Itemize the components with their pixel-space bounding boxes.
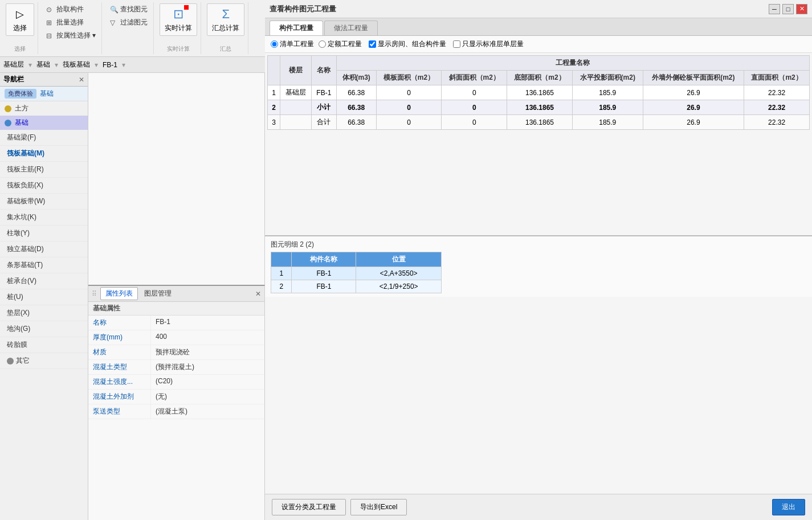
find-group: 🔍 查找图元 ▽ 过滤图元 <box>104 2 154 54</box>
tab-layer-mgmt[interactable]: 图层管理 <box>139 287 177 300</box>
row-name-2: 小计 <box>312 100 337 115</box>
row-v6-2: 26.9 <box>643 100 744 115</box>
quantity-type-group: 清单工程量 定额工程量 <box>271 39 362 49</box>
row-v1-2: 66.38 <box>336 100 376 115</box>
radio-fixed-text: 定额工程量 <box>328 39 362 49</box>
breadcrumb-item-4[interactable]: FB-1 <box>103 61 117 69</box>
realtime-icon: ⊡ <box>170 6 186 22</box>
prop-panel-close[interactable]: ✕ <box>255 290 261 298</box>
menu-raft-rebar[interactable]: 筏板主筋(R) <box>0 162 88 178</box>
chk-show-room[interactable] <box>369 40 376 48</box>
minimize-button[interactable]: ─ <box>769 4 780 14</box>
th-bottom: 底部面积（m2） <box>507 71 573 85</box>
prop-key-concrete-grade: 混凝土强度... <box>88 375 151 389</box>
export-excel-button[interactable]: 导出到Excel <box>350 499 407 515</box>
menu-raft-neg-rebar[interactable]: 筏板负筋(X) <box>0 178 88 194</box>
menu-strip-foundation[interactable]: 条形基础(T) <box>0 257 88 273</box>
menu-bedding[interactable]: 垫层(X) <box>0 305 88 321</box>
footer-left-buttons: 设置分类及工程量 导出到Excel <box>272 499 407 515</box>
pick-element-button[interactable]: ⊙ 拾取构件 <box>44 3 98 15</box>
table-row-subtotal: 2 小计 66.38 0 0 136.1865 185.9 26.9 22.32 <box>268 100 810 115</box>
tab-prop-list[interactable]: 属性列表 <box>100 287 138 300</box>
chk-show-standard[interactable] <box>453 40 460 48</box>
menu-other[interactable]: 其它 <box>0 353 88 369</box>
row-v6-1: 26.9 <box>643 85 744 100</box>
nav-item-badge[interactable]: 免费体验 基础 <box>0 87 88 101</box>
tab-member-quantity[interactable]: 构件工程量 <box>270 21 323 35</box>
row-v7-3: 22.32 <box>744 115 810 130</box>
radio-clear-quantity[interactable] <box>271 40 278 48</box>
find-element-button[interactable]: 🔍 查找图元 <box>108 3 150 15</box>
detail-table-wrap: 构件名称 位置 1 FB-1 <2,A+3550> 2 FB-1 <2,1/9+… <box>271 252 806 293</box>
row-v7-2: 22.32 <box>744 100 810 115</box>
by-property-label: 按属性选择 ▾ <box>56 31 96 40</box>
top-toolbar: ▷ 选择 选择 ⊙ 拾取构件 ⊞ 批量选择 ⊟ 按属性选择 ▾ 🔍 查找图元 <box>0 0 265 57</box>
breadcrumb-item-1[interactable]: 基础层 <box>3 60 24 69</box>
row-v3-3: 0 <box>442 115 507 130</box>
set-classification-button[interactable]: 设置分类及工程量 <box>272 499 346 515</box>
prop-val-name: FB-1 <box>151 316 264 330</box>
menu-pile[interactable]: 桩(U) <box>0 289 88 305</box>
row-v4-1: 136.1865 <box>507 85 573 100</box>
property-icon: ⊟ <box>46 32 54 40</box>
tab-method-quantity[interactable]: 做法工程量 <box>324 21 378 35</box>
menu-sump[interactable]: 集水坑(K) <box>0 210 88 226</box>
row-v5-1: 185.9 <box>572 85 643 100</box>
breadcrumb-sep-2: ▾ <box>55 61 58 69</box>
menu-trench[interactable]: 地沟(G) <box>0 321 88 337</box>
realtime-calc-button[interactable]: ⊡ 实时计算 <box>160 3 197 36</box>
breadcrumb-item-3[interactable]: 筏板基础 <box>63 60 90 69</box>
radio-clear-label[interactable]: 清单工程量 <box>271 39 314 49</box>
by-property-select-button[interactable]: ⊟ 按属性选择 ▾ <box>44 30 98 42</box>
action-row: ⊙ 拾取构件 ⊞ 批量选择 ⊟ 按属性选择 ▾ <box>44 3 98 42</box>
menu-foundation-slab-belt[interactable]: 基础板带(W) <box>0 194 88 210</box>
maximize-button[interactable]: □ <box>782 4 794 14</box>
close-button[interactable]: ✕ <box>796 4 807 14</box>
data-table-area: 楼层 名称 工程量名称 体积(m3) 模板面积（m2） 斜面面积（m2） 底部面… <box>265 53 812 235</box>
row-v4-2: 136.1865 <box>507 100 573 115</box>
menu-foundation-beam[interactable]: 基础梁(F) <box>0 130 88 146</box>
nav-foundation-label: 基础 <box>15 118 28 128</box>
table-row-total: 3 合计 66.38 0 0 136.1865 185.9 26.9 22.32 <box>268 115 810 130</box>
filter-element-button[interactable]: ▽ 过滤图元 <box>108 17 150 28</box>
menu-column-cap[interactable]: 柱墩(Y) <box>0 226 88 241</box>
sidebar-menu: 基础梁(F) 筏板基础(M) 筏板主筋(R) 筏板负筋(X) 基础板带(W) 集… <box>0 130 88 520</box>
th-quantity-name: 工程量名称 <box>336 56 809 71</box>
select-icon: ▷ <box>12 6 28 22</box>
nav-item-foundation[interactable]: 基础 <box>0 116 88 130</box>
prop-val-pump-type: (混凝土泵) <box>151 404 264 419</box>
breadcrumb-item-2[interactable]: 基础 <box>36 60 50 69</box>
detail-th-position: 位置 <box>356 252 442 267</box>
menu-isolated-foundation[interactable]: 独立基础(D) <box>0 241 88 257</box>
select-button[interactable]: ▷ 选择 <box>6 3 34 36</box>
chk-show-standard-label[interactable]: 只显示标准层单层量 <box>453 39 524 49</box>
nav-close-button[interactable]: ✕ <box>79 76 84 84</box>
breadcrumb-sep-3: ▾ <box>95 61 98 69</box>
row-name-1: FB-1 <box>312 85 337 100</box>
row-v5-2: 185.9 <box>572 100 643 115</box>
menu-pile-cap[interactable]: 桩承台(V) <box>0 273 88 289</box>
row-floor-2 <box>280 100 312 115</box>
select-label: 选择 <box>13 23 27 33</box>
menu-raft-foundation[interactable]: 筏板基础(M) <box>0 146 88 162</box>
exit-button[interactable]: 退出 <box>772 499 805 515</box>
radio-clear-text: 清单工程量 <box>280 39 314 49</box>
find-row: 🔍 查找图元 ▽ 过滤图元 <box>108 3 150 28</box>
detail-no-2: 2 <box>271 280 292 293</box>
other-icon <box>7 358 14 365</box>
prop-val-thickness: 400 <box>151 330 264 345</box>
detail-name-1: FB-1 <box>292 267 356 280</box>
batch-select-button[interactable]: ⊞ 批量选择 <box>44 17 98 28</box>
radio-fixed-quantity[interactable] <box>319 40 326 48</box>
radio-fixed-label[interactable]: 定额工程量 <box>319 39 362 49</box>
th-slope: 斜面面积（m2） <box>442 71 507 85</box>
row-v4-3: 136.1865 <box>507 115 573 130</box>
row-name-3: 合计 <box>312 115 337 130</box>
prop-row-pump-type: 泵送类型 (混凝土泵) <box>88 404 264 419</box>
chk-show-room-label[interactable]: 显示房间、组合构件量 <box>369 39 446 49</box>
detail-th-no <box>271 252 292 267</box>
select-group-label: 选择 <box>6 44 34 53</box>
summary-calc-button[interactable]: Σ 汇总计算 <box>207 3 244 36</box>
menu-waterproof-membrane[interactable]: 砖胎膜 <box>0 337 88 353</box>
nav-item-earthwork[interactable]: 土方 <box>0 101 88 116</box>
